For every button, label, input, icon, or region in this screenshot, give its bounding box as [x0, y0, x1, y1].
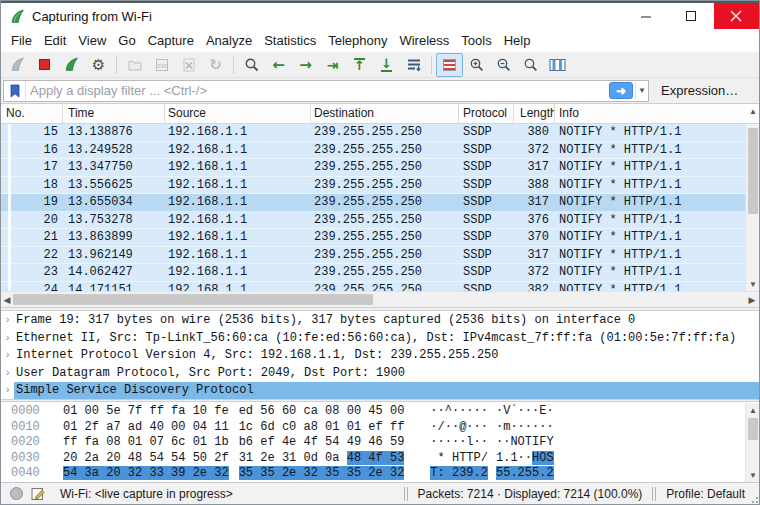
resize-columns-button[interactable] [544, 53, 571, 77]
zoom-in-button[interactable] [463, 53, 490, 77]
go-forward-button[interactable]: → [292, 53, 319, 77]
hex-offset: 0040 [11, 466, 49, 482]
go-first-button[interactable]: ↑ [346, 53, 373, 77]
column-header-time[interactable]: Time [63, 104, 165, 123]
zoom-out-button[interactable] [490, 53, 517, 77]
expand-chevron-icon[interactable]: › [1, 382, 14, 399]
titlebar[interactable]: Capturing from Wi-Fi [1, 1, 759, 29]
packet-row[interactable]: 2213.962149192.168.1.1239.255.255.250SSD… [1, 247, 745, 265]
auto-scroll-button[interactable] [400, 53, 427, 77]
packet-list-vscrollbar[interactable]: ▲ ▼ [745, 124, 759, 291]
packet-row[interactable]: 1713.347750192.168.1.1239.255.255.250SSD… [1, 159, 745, 177]
menu-item-capture[interactable]: Capture [142, 29, 200, 52]
packet-row[interactable]: 1613.249528192.168.1.1239.255.255.250SSD… [1, 142, 745, 160]
save-file-button: 010 [148, 53, 175, 77]
scroll-down-icon[interactable]: ▼ [746, 277, 760, 291]
minimize-button[interactable] [624, 3, 669, 29]
scroll-down-icon[interactable]: ▼ [746, 468, 759, 482]
protocol-tree-row[interactable]: ›Ethernet II, Src: Tp-LinkT_56:60:ca (10… [1, 330, 759, 348]
hex-bytes: 01 2f a7 ad 40 00 04 11 [63, 420, 229, 436]
packet-row[interactable]: 2113.863899192.168.1.1239.255.255.250SSD… [1, 229, 745, 247]
cell-no: 19 [1, 194, 63, 211]
cell-source: 192.168.1.1 [165, 142, 311, 159]
protocol-tree-text: User Datagram Protocol, Src Port: 2049, … [14, 365, 759, 383]
hex-row[interactable]: 004054 3a 20 32 33 39 2e 3235 35 2e 32 3… [1, 466, 759, 482]
hex-row[interactable]: 003020 2a 20 48 54 54 50 2f31 2e 31 0d 0… [1, 451, 759, 467]
menu-item-wireless[interactable]: Wireless [393, 29, 455, 52]
maximize-button[interactable] [669, 3, 714, 29]
menu-item-telephony[interactable]: Telephony [322, 29, 393, 52]
protocol-tree-row[interactable]: ›User Datagram Protocol, Src Port: 2049,… [1, 365, 759, 383]
filter-dropdown-icon[interactable]: ▼ [635, 82, 648, 99]
resize-grip[interactable] [748, 493, 758, 503]
expand-chevron-icon[interactable]: › [1, 347, 14, 365]
go-to-packet-button[interactable]: ⇥ [319, 53, 346, 77]
reload-file-icon: ↻ [209, 56, 222, 74]
packet-row[interactable]: 1913.655034192.168.1.1239.255.255.250SSD… [1, 194, 745, 212]
colorize-icon [443, 59, 456, 71]
go-back-button[interactable]: ← [265, 53, 292, 77]
go-back-icon: ← [272, 56, 285, 74]
protocol-tree-row[interactable]: ›Frame 19: 317 bytes on wire (2536 bits)… [1, 312, 759, 330]
add-filter-button[interactable]: + [750, 82, 760, 99]
column-header-no[interactable]: No. [1, 104, 63, 123]
packet-row[interactable]: 2314.062427192.168.1.1239.255.255.250SSD… [1, 264, 745, 282]
expand-chevron-icon[interactable]: › [1, 330, 14, 348]
packet-row[interactable]: 2414.171151192.168.1.1239.255.255.250SSD… [1, 282, 745, 292]
packet-row[interactable]: 1813.556625192.168.1.1239.255.255.250SSD… [1, 177, 745, 195]
cell-length: 370 [514, 229, 555, 246]
vscroll-thumb[interactable] [748, 128, 758, 214]
menu-item-edit[interactable]: Edit [38, 29, 72, 52]
profile-text[interactable]: Profile: Default [666, 487, 745, 501]
scroll-up-icon[interactable]: ▲ [746, 403, 759, 417]
find-packet-button[interactable] [238, 53, 265, 77]
colorize-button[interactable] [436, 53, 463, 77]
menu-item-statistics[interactable]: Statistics [258, 29, 322, 52]
hex-bytes: 20 2a 20 48 54 54 50 2f [63, 451, 229, 467]
go-last-button[interactable]: ↓ [373, 53, 400, 77]
column-header-source[interactable]: Source [165, 104, 311, 123]
menu-item-tools[interactable]: Tools [455, 29, 497, 52]
scroll-left-icon[interactable]: ◀ [1, 292, 13, 308]
scroll-right-icon[interactable]: ▶ [746, 292, 758, 308]
close-file-button [175, 53, 202, 77]
column-header-length[interactable]: Length [514, 104, 555, 123]
column-header-info[interactable]: Info [555, 104, 759, 123]
cell-time: 13.753278 [63, 212, 165, 229]
protocol-tree-row[interactable]: ›Simple Service Discovery Protocol [1, 382, 759, 399]
menu-item-go[interactable]: Go [112, 29, 141, 52]
close-button[interactable] [714, 3, 759, 29]
capture-comment-icon[interactable] [31, 486, 46, 501]
zoom-reset-button[interactable] [517, 53, 544, 77]
apply-filter-button[interactable]: ➜ [609, 82, 633, 99]
expand-chevron-icon[interactable]: › [1, 312, 14, 330]
display-filter-input[interactable] [26, 82, 609, 100]
hex-row[interactable]: 0020ff fa 08 01 07 6c 01 1bb6 ef 4e 4f 5… [1, 435, 759, 451]
hex-row[interactable]: 001001 2f a7 ad 40 00 04 111c 6d c0 a8 0… [1, 420, 759, 436]
menu-item-file[interactable]: File [5, 29, 38, 52]
filter-bookmark-icon[interactable] [4, 81, 26, 101]
close-file-icon [181, 57, 197, 73]
expression-button[interactable]: Expression… [653, 83, 746, 98]
hscroll-thumb[interactable] [13, 294, 373, 305]
cell-info: NOTIFY * HTTP/1.1 [555, 142, 745, 159]
hex-row[interactable]: 000001 00 5e 7f ff fa 10 feed 56 60 ca 0… [1, 404, 759, 420]
restart-capture-button[interactable] [58, 53, 85, 77]
capture-options-button[interactable]: ⚙ [85, 53, 112, 77]
cell-length: 388 [514, 177, 555, 194]
menu-item-view[interactable]: View [72, 29, 112, 52]
vscroll-thumb[interactable] [748, 418, 758, 440]
packet-row[interactable]: 1513.138876192.168.1.1239.255.255.250SSD… [1, 124, 745, 142]
stop-capture-button[interactable] [31, 53, 58, 77]
menu-item-help[interactable]: Help [498, 29, 537, 52]
column-header-destination[interactable]: Destination [311, 104, 459, 123]
protocol-tree-row[interactable]: ›Internet Protocol Version 4, Src: 192.1… [1, 347, 759, 365]
packet-list-hscrollbar[interactable]: ◀ ▶ [1, 291, 759, 307]
column-header-protocol[interactable]: Protocol [459, 104, 514, 123]
expert-info-icon[interactable] [10, 487, 23, 500]
bytes-vscrollbar[interactable]: ▲ ▼ [745, 403, 759, 482]
expand-chevron-icon[interactable]: › [1, 365, 14, 383]
scroll-up-icon[interactable]: ▲ [746, 104, 760, 118]
packet-row[interactable]: 2013.753278192.168.1.1239.255.255.250SSD… [1, 212, 745, 230]
menu-item-analyze[interactable]: Analyze [200, 29, 258, 52]
